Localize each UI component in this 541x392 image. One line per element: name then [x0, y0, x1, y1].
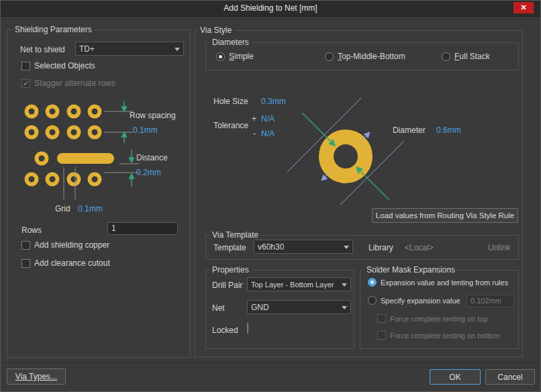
row-spacing-arrows: [122, 101, 127, 143]
radio-dot: [368, 296, 377, 305]
radio-dot: [216, 52, 225, 61]
net-value: GND: [251, 303, 269, 312]
via-style-legend: Via Style: [197, 26, 234, 35]
add-shielding-copper-label: Add shielding copper: [34, 240, 109, 250]
tolerance-minus-sign: -: [253, 129, 256, 138]
checkbox-box: [21, 241, 30, 250]
distance-label: Distance: [136, 153, 168, 162]
radio-expansion-from-rules[interactable]: Expansion value and tenting from rules: [368, 278, 508, 287]
via-template-legend: Via Template: [209, 230, 261, 240]
via-donut-pattern: [27, 107, 100, 185]
selected-objects-label: Selected Objects: [34, 61, 95, 70]
via-diagram: [268, 79, 423, 207]
radio-dot: [442, 52, 450, 61]
template-label: Template: [213, 243, 246, 252]
radio-top-middle-bottom-label: Top-Middle-Bottom: [338, 52, 405, 61]
radio-simple-label: Simple: [229, 52, 254, 61]
diameter-label: Diameter: [393, 126, 426, 135]
template-dropdown[interactable]: v60h30: [254, 240, 353, 254]
library-label: Library: [368, 243, 393, 252]
row-spacing-label: Row spacing: [130, 111, 176, 120]
ok-button[interactable]: OK: [430, 369, 481, 385]
checkbox-box: [21, 79, 30, 88]
tolerance-plus-value: N/A: [261, 114, 275, 124]
chevron-down-icon: [342, 283, 347, 287]
rows-label: Rows: [21, 226, 42, 235]
radio-top-middle-bottom[interactable]: Top-Middle-Bottom: [325, 52, 405, 61]
shielding-parameters-legend: Shielding Parameters: [12, 25, 95, 34]
load-via-style-rule-label: Load values from Routing Via Style Rule: [376, 211, 514, 219]
distance-arrows: [130, 150, 134, 187]
dialog-title: Add Shielding to Net [mm]: [224, 3, 317, 13]
add-shielding-copper-checkbox[interactable]: Add shielding copper: [21, 240, 109, 250]
tenting-bottom-checkbox: Force complete tenting on bottom: [377, 331, 500, 340]
radio-specify-expansion[interactable]: Specify expansion value: [368, 296, 460, 305]
checkbox-box: [21, 62, 30, 70]
radio-full-stack-label: Full Stack: [454, 52, 490, 61]
tolerance-label: Tolerance: [213, 121, 248, 130]
drill-pair-label: Drill Pair: [212, 281, 242, 290]
cancel-button[interactable]: Cancel: [485, 369, 535, 385]
trace-pill: [57, 153, 114, 164]
expansion-from-rules-label: Expansion value and tenting from rules: [381, 279, 508, 287]
radio-full-stack[interactable]: Full Stack: [442, 52, 490, 61]
diameter-value: 0.6mm: [436, 126, 461, 135]
via-types-label: Via Types...: [15, 372, 57, 381]
add-clearance-cutout-label: Add clearance cutout: [34, 258, 110, 268]
unlink-link[interactable]: Unlink: [488, 243, 510, 252]
row-spacing-value: 0.1mm: [133, 126, 158, 135]
net-to-shield-label: Net to shield: [20, 45, 65, 54]
tolerance-plus-sign: +: [252, 114, 256, 124]
checkbox-box: [377, 314, 386, 323]
tenting-bottom-label: Force complete tenting on bottom: [390, 332, 500, 340]
hole-size-arrows: [302, 113, 389, 200]
drill-pair-dropdown[interactable]: Top Layer - Bottom Layer: [247, 277, 351, 291]
stagger-alternate-rows-checkbox: Stagger alternate rows: [21, 79, 115, 88]
via-types-button[interactable]: Via Types...: [7, 369, 66, 385]
net-to-shield-value: TD+: [79, 44, 95, 54]
chevron-down-icon: [175, 48, 180, 51]
hole-size-label: Hole Size: [213, 97, 248, 106]
net-label: Net: [212, 303, 225, 313]
radio-dot: [325, 52, 334, 61]
rows-input[interactable]: 1: [107, 222, 178, 235]
chevron-down-icon: [342, 306, 347, 309]
hole-size-value: 0.3mm: [261, 97, 286, 106]
net-to-shield-dropdown[interactable]: TD+: [75, 42, 184, 56]
checkbox-box: [21, 259, 30, 268]
locked-checkbox[interactable]: [247, 323, 248, 334]
net-dropdown[interactable]: GND: [247, 300, 351, 314]
title-bar: Add Shielding to Net [mm] ✕: [0, 0, 541, 17]
grid-value: 0.1mm: [78, 204, 103, 213]
selected-objects-checkbox[interactable]: Selected Objects: [21, 61, 95, 70]
expansion-value-input: 0.102mm: [466, 295, 514, 307]
add-clearance-cutout-checkbox[interactable]: Add clearance cutout: [21, 258, 110, 268]
grid-label: Grid: [55, 204, 70, 213]
close-button[interactable]: ✕: [513, 2, 534, 13]
solder-mask-legend: Solder Mask Expansions: [364, 265, 458, 275]
extension-lines: [287, 98, 404, 205]
tolerance-minus-value: N/A: [261, 129, 275, 138]
tenting-top-checkbox: Force complete tenting on top: [377, 314, 488, 323]
ok-label: OK: [449, 373, 460, 382]
radio-dot: [368, 278, 377, 287]
properties-legend: Properties: [209, 265, 252, 275]
diameters-legend: Diameters: [209, 38, 252, 47]
load-via-style-rule-button[interactable]: Load values from Routing Via Style Rule: [372, 208, 518, 223]
locked-label: Locked: [212, 326, 238, 335]
drill-pair-value: Top Layer - Bottom Layer: [251, 281, 334, 289]
checkbox-box: [377, 331, 386, 340]
footer-separator: [0, 362, 541, 363]
chevron-down-icon: [344, 246, 349, 249]
template-value: v60h30: [258, 242, 284, 252]
tenting-top-label: Force complete tenting on top: [390, 315, 488, 323]
library-value: <Local>: [405, 243, 434, 252]
add-shielding-dialog: { "dialog": { "title": "Add Shielding to…: [0, 0, 541, 392]
distance-value: 0.2mm: [136, 168, 161, 177]
radio-simple[interactable]: Simple: [216, 52, 254, 61]
stagger-alternate-rows-label: Stagger alternate rows: [34, 79, 115, 88]
specify-expansion-label: Specify expansion value: [381, 297, 460, 305]
cancel-label: Cancel: [497, 373, 522, 382]
